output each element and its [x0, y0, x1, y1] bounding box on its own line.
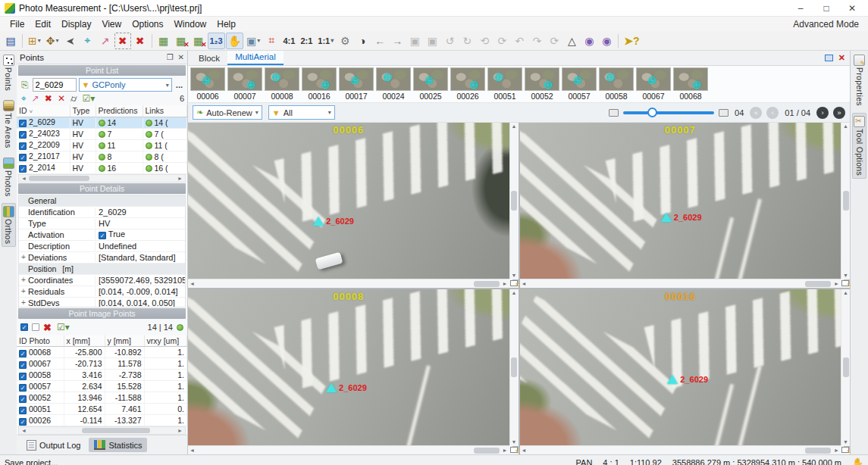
goto-point-icon[interactable]: ⎘	[20, 80, 30, 90]
image-point-row[interactable]: ✓ 00051 12.654 7.461 0.	[17, 404, 187, 415]
sidebar-tab-orthos[interactable]: Orthos	[2, 203, 16, 247]
viewport-layout-icon[interactable]	[841, 279, 850, 288]
select-tool-icon[interactable]: ➤	[62, 33, 79, 49]
stereo-view-icon[interactable]: ◉	[581, 33, 597, 49]
aerial-image[interactable]: 00016 2_6029	[520, 289, 841, 445]
details-row[interactable]: Identification 2_6029	[19, 207, 186, 218]
image-point-row[interactable]: ✓ 00068 -25.800 -10.892 1.	[17, 347, 187, 358]
sidebar-tab-properties[interactable]: Properties	[853, 52, 866, 108]
image-point-row[interactable]: ✓ 00058 3.416 -2.738 1.	[17, 370, 187, 381]
viewport-hscrollbar[interactable]: ◄►	[188, 279, 509, 288]
viewport-layout-icon[interactable]	[509, 445, 519, 454]
delete-image-point-icon[interactable]: ✖	[43, 322, 52, 333]
last-page-button[interactable]: »	[833, 107, 845, 119]
photo-thumbnail[interactable]: 00068	[673, 67, 708, 101]
viewport-hscrollbar[interactable]: ◄►	[520, 445, 841, 454]
photo-thumbnail[interactable]: 00051	[487, 67, 522, 101]
point-marker[interactable]: 2_6029	[326, 383, 367, 392]
contrast-icon[interactable]: ◑	[354, 33, 371, 49]
details-row[interactable]: + Deviations [Standard, Standard]	[19, 252, 186, 264]
col-type[interactable]: Type	[70, 105, 96, 117]
viewport-hscrollbar[interactable]: ◄►	[520, 279, 841, 288]
row-checkbox[interactable]: ✓	[19, 154, 27, 161]
check-menu-icon[interactable]: ☑▾	[81, 93, 97, 104]
photo-filter-select[interactable]: ▼ All ▾	[268, 105, 335, 120]
expand-icon[interactable]: +	[19, 298, 28, 307]
check-all-checkbox[interactable]: ✓	[20, 323, 28, 331]
row-checkbox[interactable]: ✓	[19, 407, 27, 414]
point-marker[interactable]: 2_6029	[313, 217, 354, 226]
context-help-icon[interactable]: ➤?	[622, 33, 641, 49]
viewport-vscrollbar[interactable]: ▲▼	[841, 289, 850, 445]
col-id[interactable]: ID ˅	[17, 105, 70, 117]
close-button[interactable]: ✕	[839, 1, 865, 16]
viewport-00007[interactable]: 00007 2_6029 ▲▼ ◄►	[520, 123, 851, 288]
row-checkbox[interactable]: ✓	[19, 373, 27, 380]
photo-thumbnail[interactable]: 00025	[413, 67, 448, 101]
menu-file[interactable]: File	[5, 18, 30, 30]
details-row[interactable]: Type HV	[19, 218, 186, 229]
viewport-layout-icon[interactable]	[509, 279, 519, 288]
col-y[interactable]: y [mm]	[105, 335, 144, 347]
find-icon[interactable]: ⌭	[69, 93, 79, 104]
zoom-1-1-button[interactable]: 1:1▾	[315, 33, 336, 49]
measure-icon[interactable]: ⌖	[20, 93, 28, 104]
track-icon[interactable]: ↗	[30, 93, 41, 104]
details-row-activation[interactable]: Activation ✓ True	[19, 229, 186, 241]
pan-hand-icon[interactable]: ✋	[226, 33, 243, 49]
first-page-button[interactable]: «	[750, 107, 762, 119]
render-settings-icon[interactable]: ⚙	[337, 33, 353, 49]
photo-thumbnail[interactable]: 00026	[450, 67, 485, 101]
minimize-button[interactable]: –	[788, 1, 813, 16]
col-links[interactable]: Links	[143, 105, 187, 117]
image-point-row[interactable]: ✓ 00057 2.634 15.528 1.	[17, 381, 187, 392]
row-checkbox[interactable]: ✓	[19, 131, 27, 139]
next-photo-icon[interactable]: →	[389, 33, 406, 49]
move-point-tool-icon[interactable]: ✥▾	[44, 33, 61, 49]
row-checkbox[interactable]: ✓	[19, 395, 27, 403]
row-checkbox[interactable]: ✓	[19, 384, 27, 392]
point-search-input[interactable]	[33, 78, 77, 92]
fit-view-icon[interactable]: ⌗	[263, 33, 280, 49]
details-section-general[interactable]: General	[19, 195, 186, 207]
details-row[interactable]: + Residuals [0.014, -0.009, 0.014]	[19, 286, 186, 298]
remove-icon[interactable]: ✕	[56, 93, 67, 104]
viewport-00008[interactable]: 00008 2_6029 ▲▼ ◄►	[188, 289, 519, 454]
output-log-tab[interactable]: Output Log	[21, 438, 86, 453]
details-row[interactable]: + StdDevs [0.014, 0.014, 0.050]	[19, 298, 186, 307]
previous-photo-icon[interactable]: ←	[371, 33, 388, 49]
image-remove-all-icon[interactable]: ▦	[190, 33, 207, 49]
row-checkbox[interactable]: ✓	[19, 165, 27, 173]
camera-pose-icon[interactable]: △	[563, 33, 580, 49]
next-page-button[interactable]: ›	[816, 107, 829, 119]
maximize-button[interactable]: □	[813, 1, 839, 16]
col-vrxy[interactable]: vrxy [um]	[144, 335, 187, 347]
aerial-image[interactable]: 00007 2_6029	[520, 123, 841, 279]
uncheck-all-checkbox[interactable]	[32, 323, 39, 331]
project-options-icon[interactable]: ⊞▾	[26, 33, 43, 49]
tab-multiaerial[interactable]: MultiAerial	[227, 51, 284, 65]
expand-icon[interactable]: +	[19, 276, 28, 284]
tab-block[interactable]: Block	[191, 52, 227, 65]
point-marker[interactable]: 2_6029	[667, 375, 708, 384]
point-row[interactable]: ✓ 2_6029 HV 14 14 (	[17, 117, 187, 128]
photo-thumbnail[interactable]: 00017	[339, 67, 374, 101]
image-point-row[interactable]: ✓ 00026 -0.114 -13.327 1.	[17, 415, 187, 426]
save-icon[interactable]: ▤	[2, 33, 19, 49]
image-select-icon[interactable]: ▦	[155, 33, 172, 49]
viewport-layout-icon[interactable]	[841, 445, 850, 454]
check-menu-icon[interactable]: ☑▾	[55, 322, 71, 332]
auto-renew-select[interactable]: ❧ Auto-Renew ▾	[193, 105, 262, 120]
close-panel-icon[interactable]: ✕	[178, 53, 184, 61]
row-checkbox[interactable]: ✓	[19, 418, 27, 426]
row-checkbox[interactable]: ✓	[19, 350, 27, 357]
details-row[interactable]: Description Undefined	[19, 241, 186, 252]
photo-thumbnail[interactable]: 00052	[525, 67, 559, 101]
point-row[interactable]: ✓ 2_2014 HV 16 16 (	[17, 162, 187, 173]
photo-thumbnail[interactable]: 00057	[562, 67, 597, 101]
slider-handle[interactable]	[647, 108, 657, 117]
zoom-4-1-button[interactable]: 4:1	[280, 33, 297, 49]
delete-point-icon[interactable]: ✖	[132, 33, 149, 49]
photo-thumbnail[interactable]: 00024	[376, 67, 411, 101]
image-point-row[interactable]: ✓ 00067 -20.713 11.578 1.	[17, 358, 187, 370]
